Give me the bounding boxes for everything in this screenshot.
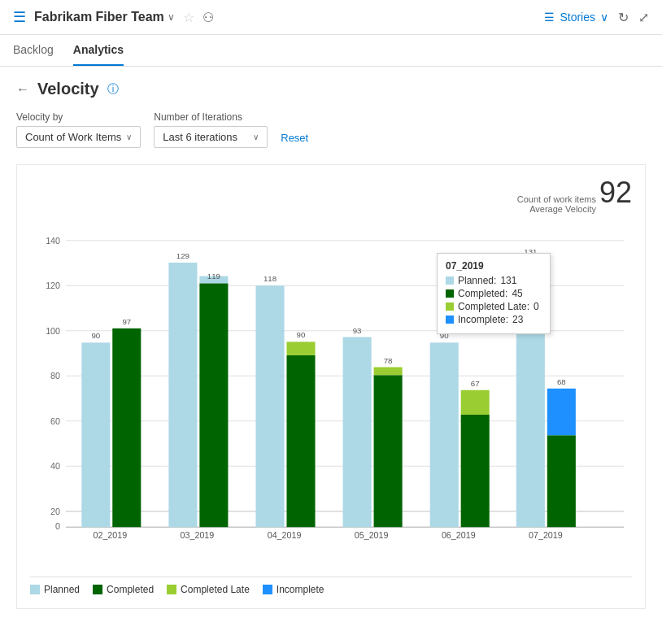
nav-tabs: Backlog Analytics: [0, 35, 662, 67]
bar-06-late: [461, 390, 490, 415]
svg-text:97: 97: [122, 317, 131, 326]
iterations-select[interactable]: Last 6 iterations ∨: [154, 126, 268, 148]
bar-06-completed: [461, 415, 490, 527]
bar-05-planned: [343, 337, 372, 528]
svg-text:80: 80: [50, 371, 60, 381]
legend-incomplete-swatch: [263, 585, 272, 594]
legend-planned-label: Planned: [44, 584, 80, 595]
svg-text:03_2019: 03_2019: [181, 530, 215, 540]
expand-button[interactable]: ⤢: [638, 10, 649, 25]
page-header: ← Velocity ⓘ: [16, 80, 646, 98]
svg-text:60: 60: [50, 416, 60, 426]
bar-03-completed: [199, 283, 228, 527]
velocity-by-chevron-icon: ∨: [126, 133, 132, 141]
page-title: Velocity: [37, 80, 99, 98]
bar-07-completed: [547, 435, 576, 527]
team-members-icon[interactable]: ⚇: [203, 10, 214, 25]
app-logo-icon: ☰: [13, 8, 26, 26]
svg-text:04_2019: 04_2019: [268, 530, 302, 540]
team-dropdown-chevron[interactable]: ∨: [168, 11, 175, 23]
tooltip-incomplete-swatch: [446, 315, 454, 324]
team-name: Fabrikam Fiber Team: [34, 10, 164, 24]
refresh-button[interactable]: ↻: [618, 10, 629, 25]
tooltip-completed-row: Completed: 45: [446, 288, 542, 299]
svg-text:120: 120: [46, 281, 60, 290]
velocity-by-value: Count of Work Items: [25, 131, 121, 143]
iterations-label: Number of Iterations: [154, 111, 268, 123]
tooltip-completed-late-value: 0: [534, 301, 539, 312]
legend-completed-swatch: [93, 585, 102, 594]
svg-text:90: 90: [91, 331, 100, 340]
chart-area: 07_2019 Planned: 131 Completed: 45 Compl…: [30, 220, 632, 570]
tooltip-incomplete-row: Incomplete: 23: [446, 314, 542, 325]
back-button[interactable]: ←: [16, 82, 29, 97]
stories-chevron-icon: ∨: [600, 11, 608, 24]
tab-analytics[interactable]: Analytics: [73, 35, 124, 66]
legend-completed-late-swatch: [167, 585, 176, 594]
filters-row: Velocity by Count of Work Items ∨ Number…: [16, 111, 646, 148]
bar-04-completed: [286, 355, 315, 527]
bar-05-completed: [374, 375, 403, 527]
tooltip-incomplete-value: 23: [512, 314, 523, 325]
avg-velocity-label: Average Velocity: [517, 204, 596, 214]
tooltip-planned-row: Planned: 131: [446, 275, 542, 286]
chart-legend: Planned Completed Completed Late Incompl…: [30, 577, 632, 595]
legend-incomplete-label: Incomplete: [277, 584, 324, 595]
stories-icon: ☰: [544, 11, 555, 24]
metric-label: Count of work items: [517, 194, 596, 204]
tooltip-completed-label: Completed:: [458, 288, 507, 299]
tooltip-completed-value: 45: [512, 288, 522, 299]
iterations-value: Last 6 iterations: [163, 131, 237, 143]
iterations-chevron-icon: ∨: [253, 133, 259, 141]
svg-text:05_2019: 05_2019: [355, 530, 389, 540]
velocity-by-select[interactable]: Count of Work Items ∨: [16, 126, 141, 148]
bar-02-planned: [81, 342, 110, 527]
legend-completed-late: Completed Late: [167, 584, 250, 595]
svg-text:129: 129: [176, 251, 189, 260]
bar-06-planned: [430, 342, 459, 527]
tooltip-incomplete-label: Incomplete:: [458, 314, 508, 325]
app-header: ☰ Fabrikam Fiber Team ∨ ☆ ⚇ ☰ Stories ∨ …: [0, 0, 662, 35]
legend-incomplete: Incomplete: [263, 584, 324, 595]
bar-04-planned: [256, 285, 285, 527]
svg-text:20: 20: [50, 507, 60, 516]
svg-text:40: 40: [50, 461, 60, 471]
svg-text:68: 68: [557, 377, 566, 386]
svg-text:90: 90: [297, 331, 306, 340]
legend-completed-label: Completed: [107, 584, 154, 595]
svg-text:02_2019: 02_2019: [94, 530, 128, 540]
tooltip-completed-late-row: Completed Late: 0: [446, 301, 542, 312]
tooltip-planned-value: 131: [500, 275, 516, 286]
velocity-by-filter: Velocity by Count of Work Items ∨: [16, 111, 141, 148]
svg-text:0: 0: [55, 521, 60, 531]
legend-completed-late-label: Completed Late: [181, 584, 250, 595]
stories-label: Stories: [560, 11, 595, 24]
legend-completed: Completed: [93, 584, 154, 595]
svg-text:67: 67: [471, 379, 480, 388]
chart-meta: Count of work items Average Velocity 92: [30, 178, 632, 214]
tooltip-planned-swatch: [446, 276, 454, 285]
page-content: ← Velocity ⓘ Velocity by Count of Work I…: [0, 67, 662, 622]
legend-planned-swatch: [30, 585, 40, 594]
reset-button[interactable]: Reset: [281, 128, 308, 148]
tooltip-completed-late-swatch: [446, 302, 454, 311]
svg-text:140: 140: [46, 236, 60, 246]
bar-03-planned: [168, 263, 197, 527]
tooltip-completed-swatch: [446, 289, 454, 298]
stories-button[interactable]: ☰ Stories ∨: [544, 11, 608, 24]
tooltip-planned-label: Planned:: [458, 275, 496, 286]
favorite-icon[interactable]: ☆: [183, 10, 194, 25]
svg-text:118: 118: [263, 274, 277, 283]
tooltip-completed-late-label: Completed Late:: [458, 301, 529, 312]
svg-text:06_2019: 06_2019: [442, 530, 476, 540]
bar-05-late: [374, 368, 403, 376]
bar-02-completed: [112, 329, 141, 527]
bar-04-late: [286, 342, 315, 355]
svg-text:78: 78: [384, 356, 393, 365]
avg-velocity-value: 92: [599, 178, 632, 207]
help-icon[interactable]: ⓘ: [107, 82, 119, 97]
bar-07-incomplete: [547, 389, 576, 435]
iterations-filter: Number of Iterations Last 6 iterations ∨: [154, 111, 268, 148]
header-right-actions: ☰ Stories ∨ ↻ ⤢: [544, 10, 649, 25]
tab-backlog[interactable]: Backlog: [13, 35, 54, 66]
